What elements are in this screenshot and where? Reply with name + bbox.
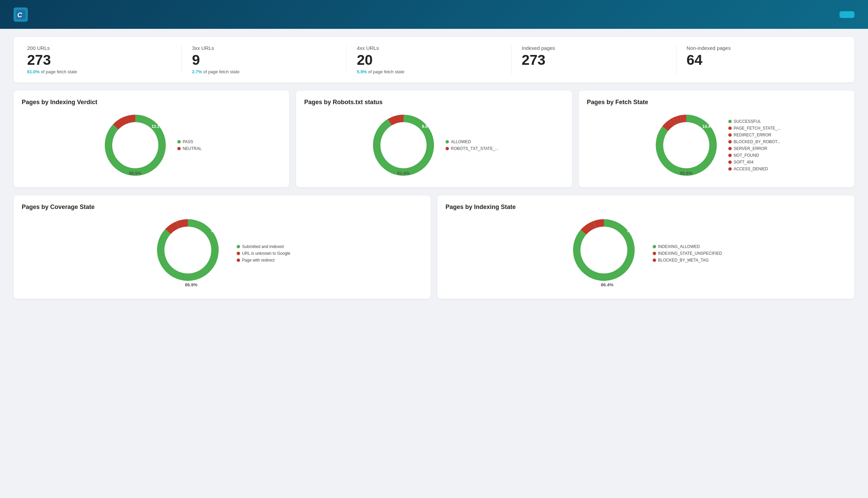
stat-item-3: Indexed pages 273 xyxy=(511,45,676,74)
donut-chart: 12.7%86.4% xyxy=(570,216,644,291)
chart-body: 12.8%86.9%Submitted and indexedURL is un… xyxy=(22,216,423,291)
stat-label: 4xx URLs xyxy=(357,45,501,51)
stat-item-2: 4xx URLs 20 5.9% of page fetch state xyxy=(346,45,511,74)
donut-chart: 13.1%86.9% xyxy=(102,111,169,179)
legend-item: REDIRECT_ERROR xyxy=(728,133,781,137)
chart-body: 14.4%85.6%SUCCESSFULPAGE_FETCH_STATE_...… xyxy=(587,111,846,179)
chart-body: 8.6%91.4%ALLOWEDROBOTS_TXT_STATE_... xyxy=(304,111,563,179)
donut-main-label: 91.4% xyxy=(397,171,410,176)
legend-label: NOT_FOUND xyxy=(734,153,759,158)
chart-title: Pages by Robots.txt status xyxy=(304,99,563,106)
legend-label: SERVER_ERROR xyxy=(734,146,767,151)
legend-dot xyxy=(237,252,240,255)
legend-dot xyxy=(653,245,656,248)
legend-dot xyxy=(177,140,181,144)
legend-label: Submitted and indexed xyxy=(242,244,284,249)
legend-label: INDEXING_STATE_UNSPECIFIED xyxy=(658,251,722,256)
legend-dot xyxy=(728,120,732,123)
chart-card-wide: Pages by Coverage State12.8%86.9%Submitt… xyxy=(14,195,431,299)
legend-label: INDEXING_ALLOWED xyxy=(658,244,700,249)
donut-small-label: 8.6% xyxy=(422,124,431,129)
stat-label: Non-indexed pages xyxy=(686,45,831,51)
legend-label: SUCCESSFUL xyxy=(734,119,761,124)
stat-item-4: Non-indexed pages 64 xyxy=(676,45,841,74)
legend-item: PAGE_FETCH_STATE_... xyxy=(728,126,781,131)
chart-legend: PASSNEUTRAL xyxy=(177,140,202,151)
donut-chart: 12.8%86.9% xyxy=(154,216,228,291)
stat-item-0: 200 URLs 273 81.0% of page fetch state xyxy=(27,45,182,74)
legend-label: ALLOWED xyxy=(451,140,471,144)
legend-item: ACCESS_DENIED xyxy=(728,167,781,171)
chart-card: Pages by Indexing Verdict13.1%86.9%PASSN… xyxy=(14,91,289,187)
stat-sub: 81.0% of page fetch state xyxy=(27,69,171,74)
legend-dot xyxy=(728,147,732,150)
legend-dot xyxy=(728,133,732,137)
stat-value: 273 xyxy=(522,52,666,68)
stat-sub: 2.7% of page fetch state xyxy=(192,69,336,74)
logo-icon: C xyxy=(14,8,28,22)
donut-chart: 8.6%91.4% xyxy=(370,111,437,179)
donut-main-label: 85.6% xyxy=(680,171,692,176)
donut-small-label: 12.8% xyxy=(211,228,223,233)
donut-small-label: 13.1% xyxy=(151,124,163,129)
legend-item: INDEXING_STATE_UNSPECIFIED xyxy=(653,251,722,256)
legend-item: SERVER_ERROR xyxy=(728,146,781,151)
stat-label: Indexed pages xyxy=(522,45,666,51)
legend-item: BLOCKED_BY_META_TAG xyxy=(653,258,722,263)
legend-dot xyxy=(445,140,449,144)
stat-value: 64 xyxy=(686,52,831,68)
main-content: 200 URLs 273 81.0% of page fetch state 3… xyxy=(0,29,868,307)
legend-label: BLOCKED_BY_ROBOT... xyxy=(734,140,780,144)
legend-label: URL is unknown to Google xyxy=(242,251,290,256)
legend-item: NEUTRAL xyxy=(177,146,202,151)
chart-card-wide: Pages by Indexing State12.7%86.4%INDEXIN… xyxy=(437,195,854,299)
chart-legend: INDEXING_ALLOWEDINDEXING_STATE_UNSPECIFI… xyxy=(653,244,722,263)
legend-label: Page with redirect xyxy=(242,258,275,263)
chart-card: Pages by Robots.txt status8.6%91.4%ALLOW… xyxy=(296,91,572,187)
legend-item: SOFT_404 xyxy=(728,160,781,165)
legend-dot xyxy=(445,147,449,150)
legend-item: BLOCKED_BY_ROBOT... xyxy=(728,140,781,144)
stat-label: 3xx URLs xyxy=(192,45,336,51)
legend-dot xyxy=(728,154,732,157)
bottom-charts-row: Pages by Coverage State12.8%86.9%Submitt… xyxy=(14,195,854,299)
legend-label: ACCESS_DENIED xyxy=(734,167,768,171)
legend-item: Submitted and indexed xyxy=(237,244,290,249)
chart-title: Pages by Indexing State xyxy=(445,204,846,211)
stats-row: 200 URLs 273 81.0% of page fetch state 3… xyxy=(14,37,854,82)
stat-value: 20 xyxy=(357,52,501,68)
stat-item-1: 3xx URLs 9 2.7% of page fetch state xyxy=(182,45,346,74)
legend-dot xyxy=(653,252,656,255)
legend-label: NEUTRAL xyxy=(183,146,202,151)
legend-dot xyxy=(653,259,656,262)
chart-title: Pages by Indexing Verdict xyxy=(22,99,281,106)
header: C xyxy=(0,0,868,29)
chart-legend: Submitted and indexedURL is unknown to G… xyxy=(237,244,290,263)
svg-text:C: C xyxy=(17,11,22,19)
chart-body: 12.7%86.4%INDEXING_ALLOWEDINDEXING_STATE… xyxy=(445,216,846,291)
legend-label: REDIRECT_ERROR xyxy=(734,133,771,137)
legend-label: PAGE_FETCH_STATE_... xyxy=(734,126,781,131)
chart-legend: ALLOWEDROBOTS_TXT_STATE_... xyxy=(445,140,498,151)
donut-chart: 14.4%85.6% xyxy=(652,111,720,179)
chart-title: Pages by Coverage State xyxy=(22,204,423,211)
legend-label: ROBOTS_TXT_STATE_... xyxy=(451,146,498,151)
chart-title: Pages by Fetch State xyxy=(587,99,846,106)
chart-card: Pages by Fetch State14.4%85.6%SUCCESSFUL… xyxy=(579,91,854,187)
legend-dot xyxy=(237,245,240,248)
legend-dot xyxy=(728,167,732,171)
stat-value: 273 xyxy=(27,52,171,68)
book-demo-button[interactable] xyxy=(840,11,854,18)
chart-legend: SUCCESSFULPAGE_FETCH_STATE_...REDIRECT_E… xyxy=(728,119,781,171)
top-charts-row: Pages by Indexing Verdict13.1%86.9%PASSN… xyxy=(14,91,854,187)
legend-label: PASS xyxy=(183,140,193,144)
legend-item: Page with redirect xyxy=(237,258,290,263)
header-left: C xyxy=(14,8,33,22)
donut-main-label: 86.9% xyxy=(185,282,197,287)
chart-body: 13.1%86.9%PASSNEUTRAL xyxy=(22,111,281,179)
stat-sub: 5.9% of page fetch state xyxy=(357,69,501,74)
donut-main-label: 86.9% xyxy=(129,171,142,176)
donut-main-label: 86.4% xyxy=(601,282,613,287)
legend-item: ROBOTS_TXT_STATE_... xyxy=(445,146,498,151)
legend-item: INDEXING_ALLOWED xyxy=(653,244,722,249)
